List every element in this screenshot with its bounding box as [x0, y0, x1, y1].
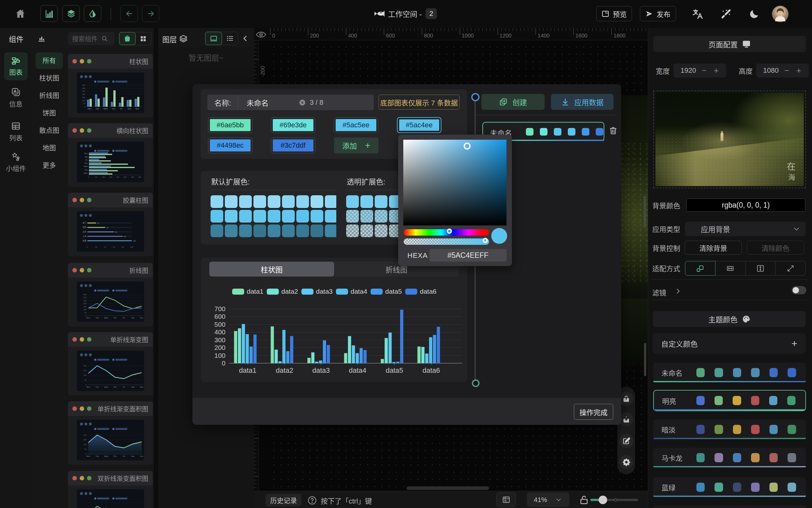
svg-text:350: 350 — [84, 294, 86, 296]
svg-text:Sat: Sat — [131, 386, 134, 388]
svg-text:100: 100 — [84, 443, 86, 446]
svg-text:40: 40 — [106, 227, 108, 228]
svg-text:100: 100 — [130, 246, 133, 248]
svg-text:300: 300 — [214, 336, 225, 343]
svg-text:0: 0 — [85, 384, 86, 386]
svg-text:250: 250 — [82, 90, 85, 92]
svg-text:Sat: Sat — [128, 108, 131, 110]
svg-text:Tue: Tue — [84, 169, 88, 171]
svg-text:100: 100 — [84, 374, 86, 376]
svg-text:600: 600 — [214, 313, 225, 320]
svg-text:Wed: Wed — [104, 386, 108, 388]
svg-text:150: 150 — [109, 176, 112, 178]
svg-text:1800: 1800 — [613, 33, 626, 39]
svg-text:上海: 上海 — [83, 235, 86, 238]
svg-text:400: 400 — [214, 328, 225, 336]
svg-text:data2: data2 — [275, 367, 293, 374]
svg-text:60: 60 — [115, 231, 117, 233]
svg-text:350: 350 — [138, 176, 141, 178]
svg-text:Wed: Wed — [84, 165, 88, 167]
svg-text:200: 200 — [82, 93, 85, 95]
svg-text:Tue: Tue — [96, 317, 99, 319]
svg-text:1000: 1000 — [462, 33, 474, 39]
svg-text:200: 200 — [116, 176, 119, 178]
svg-text:50: 50 — [84, 312, 86, 314]
svg-text:400: 400 — [348, 33, 357, 39]
svg-text:南阳: 南阳 — [83, 226, 86, 228]
svg-text:40: 40 — [104, 246, 106, 248]
svg-text:北京: 北京 — [83, 230, 86, 233]
svg-text:Fri: Fri — [85, 159, 88, 161]
svg-text:0: 0 — [85, 314, 86, 316]
svg-text:300: 300 — [84, 297, 86, 298]
svg-text:150: 150 — [84, 370, 86, 372]
svg-text:100: 100 — [82, 100, 85, 101]
svg-text:Thu: Thu — [113, 317, 117, 319]
svg-text:Tue: Tue — [96, 108, 99, 110]
svg-text:Tue: Tue — [96, 386, 99, 388]
svg-text:80: 80 — [122, 246, 124, 248]
svg-text:50: 50 — [84, 379, 86, 381]
svg-text:300: 300 — [131, 176, 134, 178]
svg-text:0: 0 — [85, 453, 86, 455]
svg-text:0: 0 — [84, 106, 85, 108]
svg-text:Sun: Sun — [84, 153, 88, 154]
svg-text:1600: 1600 — [575, 33, 588, 39]
svg-text:50: 50 — [83, 102, 85, 104]
svg-text:0: 0 — [88, 176, 89, 178]
svg-text:0: 0 — [222, 359, 225, 367]
svg-text:200: 200 — [84, 434, 86, 436]
svg-text:Thu: Thu — [112, 108, 115, 110]
svg-text:Sun: Sun — [140, 317, 143, 319]
svg-text:Fri: Fri — [123, 455, 125, 457]
svg-text:data6: data6 — [422, 367, 440, 374]
svg-text:Sat: Sat — [131, 455, 134, 457]
svg-text:0: 0 — [87, 246, 88, 248]
svg-text:250: 250 — [84, 300, 86, 302]
svg-text:80: 80 — [124, 236, 126, 238]
svg-text:新疆: 新疆 — [83, 240, 86, 242]
svg-text:150: 150 — [82, 96, 85, 98]
svg-text:Mon: Mon — [84, 172, 88, 174]
svg-text:100: 100 — [102, 176, 105, 178]
svg-text:Thu: Thu — [113, 455, 117, 457]
svg-text:50: 50 — [84, 448, 86, 450]
svg-text:20: 20 — [97, 222, 99, 224]
svg-text:200: 200 — [310, 33, 319, 39]
svg-text:250: 250 — [124, 176, 126, 178]
svg-text:20: 20 — [95, 246, 97, 248]
svg-text:Wed: Wed — [103, 108, 108, 110]
svg-text:Thu: Thu — [113, 386, 117, 388]
svg-text:1200: 1200 — [500, 33, 512, 39]
svg-text:Mon: Mon — [86, 386, 90, 388]
svg-text:0: 0 — [272, 33, 275, 39]
svg-text:100: 100 — [84, 309, 86, 310]
svg-text:150: 150 — [84, 439, 86, 441]
svg-text:Fri: Fri — [120, 108, 123, 110]
svg-text:Mon: Mon — [86, 317, 90, 319]
svg-text:Mon: Mon — [86, 455, 90, 457]
svg-text:800: 800 — [424, 33, 433, 39]
svg-text:Fri: Fri — [123, 317, 125, 319]
svg-text:Mon: Mon — [88, 108, 92, 110]
svg-text:data3: data3 — [312, 367, 330, 374]
svg-text:350: 350 — [82, 84, 85, 86]
svg-text:600: 600 — [386, 33, 395, 39]
svg-text:data5: data5 — [386, 367, 403, 374]
svg-text:700: 700 — [214, 305, 225, 312]
svg-text:60: 60 — [113, 246, 115, 248]
svg-text:200: 200 — [214, 344, 225, 351]
svg-text:Wed: Wed — [104, 455, 108, 457]
svg-text:Sun: Sun — [135, 108, 139, 110]
svg-text:data4: data4 — [349, 367, 366, 374]
svg-text:Sat: Sat — [131, 317, 134, 319]
svg-text:1400: 1400 — [538, 33, 550, 39]
svg-text:150: 150 — [84, 306, 86, 308]
svg-text:data1: data1 — [239, 367, 256, 374]
svg-text:厦门: 厦门 — [83, 222, 86, 224]
svg-text:100: 100 — [133, 240, 136, 242]
svg-text:Sun: Sun — [140, 386, 143, 388]
svg-text:Sun: Sun — [140, 455, 143, 457]
svg-text:Fri: Fri — [123, 386, 125, 388]
svg-text:100: 100 — [214, 352, 225, 359]
